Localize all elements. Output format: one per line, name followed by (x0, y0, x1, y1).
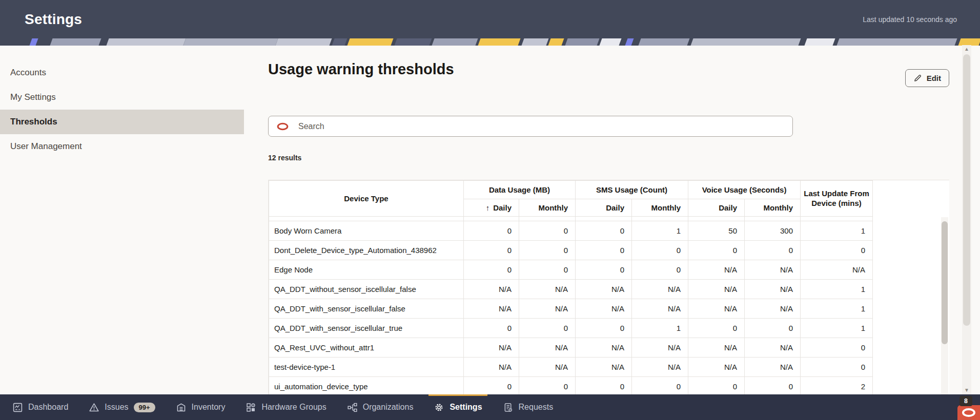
value-cell: 0 (576, 221, 632, 241)
nav-item-organizations[interactable]: Organizations (342, 394, 419, 420)
org-hierarchy-icon (347, 402, 358, 413)
value-cell: 0 (745, 319, 801, 338)
table-row[interactable]: test-device-type-1N/AN/AN/AN/AN/AN/A0 (269, 358, 950, 377)
value-cell: N/A (464, 358, 519, 377)
nav-item-settings[interactable]: Settings (428, 394, 487, 420)
value-cell: N/A (519, 338, 576, 358)
nav-item-label: Requests (519, 403, 554, 412)
column-header-sms-daily[interactable]: Daily (576, 199, 632, 217)
nav-item-label: Hardware Groups (261, 403, 326, 412)
value-cell: 0 (464, 221, 519, 241)
scroll-up-arrow-icon[interactable]: ▲ (962, 45, 971, 53)
table-row[interactable]: QA_DDT_with_sensor_iscellular_true000100… (269, 319, 950, 338)
value-cell: N/A (464, 338, 519, 358)
table-filler-column (873, 181, 949, 217)
column-header-sms-monthly[interactable]: Monthly (632, 199, 688, 217)
table-row[interactable]: QA_DDT_without_sensor_iscellular_falseN/… (269, 280, 950, 299)
table-row[interactable]: Edge Node0000N/AN/AN/A (269, 260, 950, 280)
column-header-data-monthly[interactable]: Monthly (519, 199, 576, 217)
nav-item-issues[interactable]: Issues99+ (84, 394, 160, 420)
page-scrollbar[interactable]: ▲ ▼ (962, 45, 971, 394)
table-row[interactable]: Body Worn Camera0001503001 (269, 221, 950, 241)
filler-cell (873, 260, 949, 280)
app-header: Settings Last updated 10 seconds ago (0, 0, 980, 38)
value-cell (464, 217, 519, 221)
nav-item-requests[interactable]: Requests (498, 394, 559, 420)
device-type-cell: Dont_Delete_Device_type_Automation_43896… (269, 241, 464, 260)
page-scrollbar-thumb[interactable] (963, 54, 970, 326)
filler-cell (873, 358, 949, 377)
value-cell (632, 217, 688, 221)
edit-button[interactable]: Edit (905, 69, 949, 87)
table-scrollbar-thumb[interactable] (942, 221, 948, 344)
value-cell: N/A (632, 299, 688, 319)
value-cell: N/A (801, 260, 873, 280)
issues-count-badge: 99+ (134, 403, 155, 412)
column-header-device-type[interactable]: Device Type (269, 181, 464, 217)
value-cell: N/A (745, 299, 801, 319)
column-header-last-update[interactable]: Last Update From Device (mins) (801, 181, 873, 217)
value-cell: N/A (688, 338, 745, 358)
value-cell: 0 (801, 358, 873, 377)
value-cell: 0 (632, 241, 688, 260)
sidebar-item-my-settings[interactable]: My Settings (0, 85, 244, 110)
nav-item-inventory[interactable]: Inventory (171, 394, 231, 420)
value-cell: 0 (519, 377, 576, 395)
gear-icon (434, 402, 444, 413)
table-row-partial (269, 217, 950, 221)
chat-notification-badge: 8 (959, 396, 972, 406)
value-cell: N/A (745, 260, 801, 280)
last-updated-text: Last updated 10 seconds ago (863, 15, 957, 24)
nav-item-label: Issues (105, 403, 128, 412)
device-type-cell: test-device-type-1 (269, 358, 464, 377)
filler-cell (873, 299, 949, 319)
device-type-cell: Body Worn Camera (269, 221, 464, 241)
search-input[interactable] (297, 121, 785, 132)
table-scrollbar[interactable] (941, 217, 948, 394)
value-cell: N/A (576, 299, 632, 319)
value-cell: 50 (688, 221, 745, 241)
column-header-data-daily[interactable]: ↑Daily (464, 199, 519, 217)
value-cell: N/A (519, 280, 576, 299)
oracle-o-icon (962, 408, 975, 417)
table-row[interactable]: Dont_Delete_Device_type_Automation_43896… (269, 241, 950, 260)
value-cell: 0 (576, 319, 632, 338)
column-header-voice-daily[interactable]: Daily (688, 199, 745, 217)
column-header-voice-monthly[interactable]: Monthly (745, 199, 801, 217)
filler-cell (873, 241, 949, 260)
pencil-icon (913, 74, 922, 82)
value-cell: N/A (464, 280, 519, 299)
filler-cell (873, 221, 949, 241)
edit-button-label: Edit (927, 74, 941, 82)
chat-launcher-button[interactable] (957, 405, 980, 420)
scroll-down-arrow-icon[interactable]: ▼ (962, 386, 971, 394)
value-cell: 0 (464, 241, 519, 260)
table-row[interactable]: QA_DDT_with_sensor_iscellular_falseN/AN/… (269, 299, 950, 319)
table-row[interactable]: ui_automation_device_type0000002 (269, 377, 950, 395)
device-type-cell: QA_DDT_with_sensor_iscellular_false (269, 299, 464, 319)
nav-item-dashboard[interactable]: Dashboard (7, 394, 73, 420)
filler-cell (873, 338, 949, 358)
nav-item-hardware-groups[interactable]: Hardware Groups (240, 394, 331, 420)
filler-cell (873, 217, 949, 221)
value-cell: N/A (632, 280, 688, 299)
oracle-search-icon (276, 122, 289, 131)
value-cell: 0 (801, 338, 873, 358)
value-cell: 1 (801, 299, 873, 319)
inventory-box-icon (176, 402, 187, 413)
sidebar-item-user-management[interactable]: User Management (0, 134, 244, 159)
value-cell: N/A (632, 338, 688, 358)
value-cell: N/A (519, 358, 576, 377)
value-cell: 2 (801, 377, 873, 395)
value-cell: 0 (464, 377, 519, 395)
nav-item-label: Dashboard (28, 403, 68, 412)
dashboard-icon (12, 402, 23, 413)
value-cell: 0 (632, 377, 688, 395)
table-row[interactable]: QA_Rest_UVC_without_attr1N/AN/AN/AN/AN/A… (269, 338, 950, 358)
sidebar-item-accounts[interactable]: Accounts (0, 60, 244, 85)
value-cell: 0 (632, 260, 688, 280)
value-cell: 0 (745, 377, 801, 395)
warning-triangle-icon (89, 402, 99, 413)
sidebar-item-thresholds[interactable]: Thresholds (0, 110, 244, 134)
value-cell: 0 (464, 260, 519, 280)
